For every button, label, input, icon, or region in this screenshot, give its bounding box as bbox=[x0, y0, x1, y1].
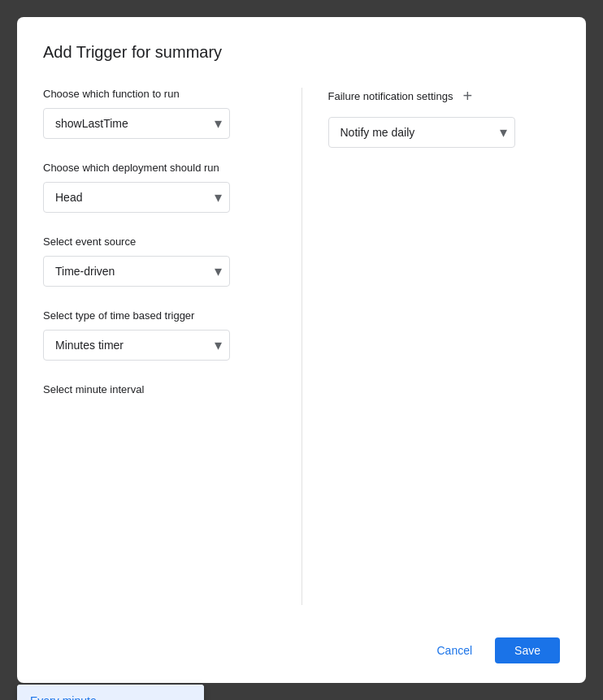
left-panel: Choose which function to run showLastTim… bbox=[43, 88, 302, 605]
function-label: Choose which function to run bbox=[43, 88, 275, 100]
interval-dropdown-menu: Every minute Every 5 minutes Every 10 mi… bbox=[17, 685, 204, 700]
event-source-select-wrapper: Time-driven ▾ bbox=[43, 256, 230, 287]
notification-label: Failure notification settings bbox=[328, 90, 453, 102]
event-source-field-group: Select event source Time-driven ▾ bbox=[43, 235, 275, 287]
cancel-button[interactable]: Cancel bbox=[423, 637, 485, 663]
dialog-body: Choose which function to run showLastTim… bbox=[43, 88, 560, 605]
notification-select-wrapper: Notify me daily Notify me immediately No… bbox=[328, 117, 515, 148]
trigger-type-label: Select type of time based trigger bbox=[43, 309, 275, 322]
trigger-type-select[interactable]: Minutes timer bbox=[43, 330, 230, 361]
save-button[interactable]: Save bbox=[495, 637, 560, 663]
function-select-wrapper: showLastTime ▾ bbox=[43, 108, 230, 139]
trigger-type-select-wrapper: Minutes timer ▾ bbox=[43, 330, 230, 361]
add-notification-button[interactable]: + bbox=[462, 88, 472, 104]
function-select[interactable]: showLastTime bbox=[43, 108, 230, 139]
interval-field-group: Select minute interval Every minute Ever… bbox=[43, 383, 275, 395]
dialog-title: Add Trigger for summary bbox=[43, 43, 560, 62]
interval-option-0[interactable]: Every minute bbox=[17, 685, 204, 700]
notification-section-header: Failure notification settings + bbox=[328, 88, 561, 104]
deployment-select-wrapper: Head ▾ bbox=[43, 182, 230, 213]
interval-label: Select minute interval bbox=[43, 383, 275, 395]
notification-select[interactable]: Notify me daily Notify me immediately No… bbox=[328, 117, 515, 148]
deployment-field-group: Choose which deployment should run Head … bbox=[43, 162, 275, 213]
right-panel: Failure notification settings + Notify m… bbox=[302, 88, 561, 605]
trigger-type-field-group: Select type of time based trigger Minute… bbox=[43, 309, 275, 361]
event-source-label: Select event source bbox=[43, 235, 275, 248]
dialog-footer: Cancel Save bbox=[43, 624, 560, 663]
deployment-label: Choose which deployment should run bbox=[43, 162, 275, 174]
function-field-group: Choose which function to run showLastTim… bbox=[43, 88, 275, 139]
event-source-select[interactable]: Time-driven bbox=[43, 256, 230, 287]
deployment-select[interactable]: Head bbox=[43, 182, 230, 213]
add-trigger-dialog: Add Trigger for summary Choose which fun… bbox=[17, 17, 586, 683]
